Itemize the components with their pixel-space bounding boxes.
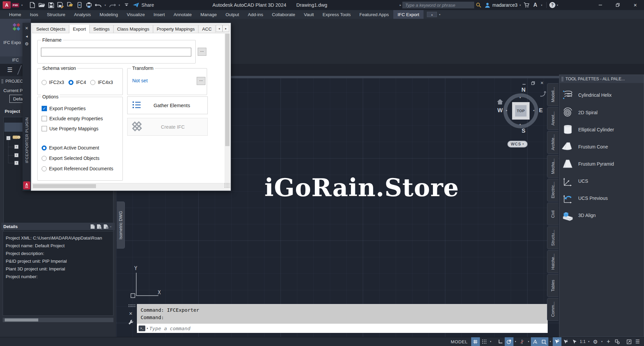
tab-settings[interactable]: Settings: [90, 25, 113, 33]
checkbox-export-properties[interactable]: ✓ Export Properties: [42, 106, 103, 111]
isometric-drafting-toggle[interactable]: [518, 337, 527, 346]
ribbon-tab-visualize[interactable]: Visualize: [122, 10, 149, 19]
tab-acc[interactable]: ACC: [198, 25, 215, 33]
command-close-icon[interactable]: ✕: [129, 311, 133, 316]
ribbon-tab-modeling[interactable]: Modeling: [95, 10, 122, 19]
save-to-mobile-button[interactable]: [75, 1, 84, 9]
ribbon-tab-analysis[interactable]: Analysis: [70, 10, 95, 19]
tree-collapse-icon[interactable]: −: [6, 136, 10, 140]
ribbon-collapse-icon[interactable]: ▲: [427, 12, 437, 17]
palette-tab-structural[interactable]: Structu...: [547, 226, 558, 249]
search-icon[interactable]: [474, 1, 483, 9]
file-tabs-menu-icon[interactable]: ☰: [3, 65, 16, 75]
tree-expand-icon[interactable]: +: [14, 153, 18, 157]
drawing-close-icon[interactable]: ✕: [539, 80, 545, 86]
redo-dropdown-icon[interactable]: ▾: [117, 4, 121, 7]
open-file-button[interactable]: [38, 1, 46, 9]
help-icon[interactable]: ?: [549, 2, 555, 8]
palette-item-frustum-pyramid[interactable]: Frustum Pyramid: [561, 156, 642, 172]
viewcube-west-arrow-icon[interactable]: ▸: [506, 109, 507, 112]
autodesk-dropdown-icon[interactable]: ▾: [540, 4, 544, 7]
radio-ifc4[interactable]: IFC4: [68, 80, 86, 85]
new-project-icon[interactable]: [90, 224, 95, 229]
tab-select-objects[interactable]: Select Objects: [33, 25, 69, 33]
viewcube-orbit-icon[interactable]: [539, 89, 546, 99]
project-tab[interactable]: Project: [5, 109, 20, 114]
isolate-objects-toggle[interactable]: [613, 337, 622, 346]
ribbon-tab-vault[interactable]: Vault: [299, 10, 318, 19]
customization-menu-icon[interactable]: ☰: [633, 337, 642, 346]
palette-item-ucs[interactable]: UCS: [561, 173, 642, 189]
palette-item-2d-spiral[interactable]: 2D Spiral: [561, 104, 642, 121]
annotation-scale-button[interactable]: [570, 337, 579, 346]
palette-tab-civil[interactable]: Civil: [547, 203, 558, 225]
object-snap-tracking-toggle[interactable]: [531, 337, 540, 346]
tab-class-mappings[interactable]: Class Mappings: [113, 25, 153, 33]
tab-scroll-left-icon[interactable]: ◂: [216, 25, 222, 32]
undo-button[interactable]: [94, 1, 103, 9]
osnap-dropdown-icon[interactable]: ▾: [548, 337, 553, 346]
dialog-titlebar-strip[interactable]: ✕ ◂ ⚙ IFCEXPORTER PLUGIN A P3D: [22, 23, 31, 191]
project-manager-hscrollbar[interactable]: [3, 318, 113, 322]
ribbon-tab-insert[interactable]: Insert: [149, 10, 169, 19]
palette-grip-icon[interactable]: [1, 79, 3, 84]
save-button[interactable]: [47, 1, 56, 9]
ribbon-tab-express-tools[interactable]: Express Tools: [318, 10, 355, 19]
palette-item-frustum-cone[interactable]: Frustum Cone: [561, 139, 642, 155]
dialog-properties-gear-icon[interactable]: ⚙: [22, 40, 31, 47]
command-grip-icon[interactable]: [128, 304, 136, 307]
viewcube-east-arrow-icon[interactable]: ◂: [533, 109, 534, 112]
undo-dropdown-icon[interactable]: ▾: [103, 4, 107, 7]
tool-palettes-header[interactable]: TOOL PALETTES - ALL PALE...: [559, 75, 644, 83]
search-input[interactable]: [402, 2, 474, 8]
ribbon-tab-ifc-export[interactable]: IFC Export: [393, 10, 424, 19]
add-status-button[interactable]: +: [604, 337, 613, 346]
radio-export-selected-objects[interactable]: Export Selected Objects: [42, 156, 113, 161]
ribbon-tab-add-ins[interactable]: Add-ins: [244, 10, 268, 19]
clean-screen-toggle[interactable]: [625, 337, 633, 346]
polar-dropdown-icon[interactable]: ▾: [513, 337, 518, 346]
username[interactable]: madararce3: [492, 2, 517, 8]
viewcube-top-face[interactable]: TOP: [512, 102, 530, 120]
transform-browse-button[interactable]: ...: [197, 77, 205, 85]
palette-item-3d-align[interactable]: 3D Align: [561, 207, 642, 223]
ribbon-tab-annotate[interactable]: Annotate: [169, 10, 196, 19]
ribbon-collapse-dropdown-icon[interactable]: ▾: [438, 13, 442, 16]
dialog-resize-grip[interactable]: [225, 183, 230, 188]
dialog-close-icon[interactable]: ✕: [22, 25, 31, 32]
tree-expand-icon[interactable]: +: [14, 145, 18, 149]
annotation-visibility-toggle[interactable]: [553, 337, 561, 346]
model-space-label[interactable]: MODEL: [447, 339, 471, 344]
command-customize-wrench-icon[interactable]: [128, 319, 134, 327]
save-as-button[interactable]: [56, 1, 65, 9]
print-button[interactable]: [85, 1, 93, 9]
user-icon[interactable]: [483, 1, 492, 9]
ribbon-tab-output[interactable]: Output: [221, 10, 244, 19]
viewcube-south[interactable]: S: [496, 128, 551, 134]
radio-ifc4x3[interactable]: IFC4x3: [90, 80, 113, 85]
snap-dropdown-icon[interactable]: ▾: [489, 337, 493, 346]
viewcube-home-icon[interactable]: [497, 99, 503, 106]
project-settings-icon[interactable]: [103, 224, 109, 229]
user-dropdown-icon[interactable]: ▾: [518, 4, 522, 7]
palette-tab-hatches[interactable]: Hatche...: [547, 250, 558, 273]
ortho-mode-toggle[interactable]: [496, 337, 505, 346]
ribbon-tab-home[interactable]: Home: [5, 10, 26, 19]
palette-tab-command[interactable]: Comm...: [547, 298, 558, 321]
filename-browse-button[interactable]: ...: [198, 48, 206, 56]
gather-elements-button[interactable]: Gather Elements: [127, 96, 208, 114]
command-history[interactable]: Command: IFCExporter Command:: [137, 304, 548, 324]
workspace-gear-icon[interactable]: ⚙: [591, 337, 600, 346]
ribbon-tab-manage[interactable]: Manage: [196, 10, 221, 19]
palette-item-ucs-previous[interactable]: UCS Previous: [561, 190, 642, 206]
viewcube-south-arrow-icon[interactable]: ▴: [519, 123, 521, 126]
ribbon-tab-collaborate[interactable]: Collaborate: [267, 10, 299, 19]
polar-tracking-toggle[interactable]: [505, 337, 513, 346]
autodesk-logo-icon[interactable]: A: [531, 1, 540, 9]
scrollbar-thumb[interactable]: [33, 184, 96, 188]
dialog-vscrollbar[interactable]: [225, 33, 230, 183]
palette-tab-electrical[interactable]: Electric...: [547, 179, 558, 202]
tab-export[interactable]: Export: [69, 24, 90, 33]
create-ifc-button[interactable]: Create IFC: [127, 118, 208, 136]
share-label[interactable]: Share: [142, 2, 154, 8]
